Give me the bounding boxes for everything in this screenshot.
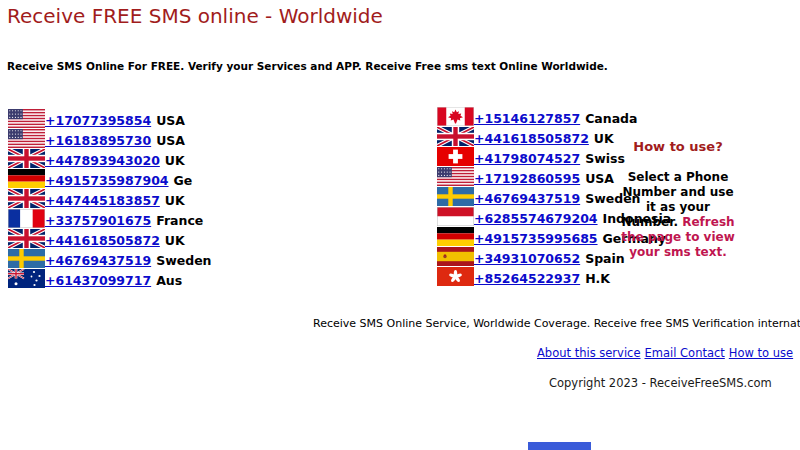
switzerland-flag-icon <box>437 147 474 166</box>
partial-blue-element <box>528 442 591 450</box>
footer-links: About this serviceEmail ContactHow to us… <box>537 346 797 360</box>
country-label: UK <box>165 193 185 208</box>
usa-flag-icon <box>8 109 45 128</box>
phone-number-link[interactable]: +4915735987904 <box>45 173 169 188</box>
france-flag-icon <box>8 209 45 228</box>
phone-number-row: +17077395854USA <box>8 108 212 128</box>
phone-number-link[interactable]: +15146127857 <box>474 111 580 126</box>
australia-flag-icon <box>8 269 45 288</box>
country-label: Sweden <box>156 253 211 268</box>
phone-number-link[interactable]: +17192860595 <box>474 171 580 186</box>
phone-number-link[interactable]: +41798074527 <box>474 151 580 166</box>
phone-number-column-left: +17077395854USA+16183895730USA+447893943… <box>8 108 212 288</box>
country-label: USA <box>156 113 185 128</box>
footer-description: Receive SMS Online Service, Worldwide Co… <box>313 317 800 330</box>
country-label: USA <box>156 133 185 148</box>
phone-number-link[interactable]: +17077395854 <box>45 113 151 128</box>
phone-number-link[interactable]: +46769437519 <box>45 253 151 268</box>
phone-number-row: +33757901675France <box>8 208 212 228</box>
copyright: Copyright 2023 - ReceiveFreeSMS.com <box>549 376 772 390</box>
how-to-use-panel: How to use? Select a Phone Number and us… <box>617 139 739 260</box>
phone-number-link[interactable]: +6285574679204 <box>474 211 598 226</box>
page-subtitle: Receive SMS Online For FREE. Verify your… <box>7 60 608 72</box>
uk-flag-icon <box>8 189 45 208</box>
hong-kong-flag-icon <box>437 267 474 286</box>
country-label: Canada <box>585 111 637 126</box>
phone-number-row: +447445183857UK <box>8 188 212 208</box>
phone-number-row: +46769437519Sweden <box>8 248 212 268</box>
phone-number-link[interactable]: +447893943020 <box>45 153 160 168</box>
uk-flag-icon <box>437 127 474 146</box>
phone-number-row: +447893943020UK <box>8 148 212 168</box>
uk-flag-icon <box>8 149 45 168</box>
phone-number-link[interactable]: +4915735995685 <box>474 231 598 246</box>
sweden-flag-icon <box>8 249 45 268</box>
how-to-use-heading: How to use? <box>617 139 739 154</box>
usa-flag-icon <box>8 129 45 148</box>
phone-number-link[interactable]: +34931070652 <box>474 251 580 266</box>
phone-number-link[interactable]: +447445183857 <box>45 193 160 208</box>
germany-flag-icon <box>437 227 474 246</box>
country-label: UK <box>165 153 185 168</box>
country-label: UK <box>165 233 185 248</box>
about-this-service-link[interactable]: About this service <box>537 346 641 360</box>
canada-flag-icon <box>437 107 474 126</box>
phone-number-row: +61437099717Aus <box>8 268 212 288</box>
how-to-use-text: Select a Phone Number and use it as your… <box>617 170 739 260</box>
phone-number-link[interactable]: +61437099717 <box>45 273 151 288</box>
phone-number-row: +4915735987904Ge <box>8 168 212 188</box>
email-contact-link[interactable]: Email Contact <box>645 346 725 360</box>
uk-flag-icon <box>8 229 45 248</box>
phone-number-row: +441618505872UK <box>8 228 212 248</box>
phone-number-row: +16183895730USA <box>8 128 212 148</box>
usa-flag-icon <box>437 167 474 186</box>
country-label: UK <box>594 131 614 146</box>
phone-number-link[interactable]: +85264522937 <box>474 271 580 286</box>
phone-number-row: +15146127857Canada <box>437 106 671 126</box>
phone-number-row: +85264522937H.K <box>437 266 671 286</box>
how-to-use-link[interactable]: How to use <box>729 346 793 360</box>
country-label: USA <box>585 171 614 186</box>
phone-number-link[interactable]: +441618505872 <box>474 131 589 146</box>
sweden-flag-icon <box>437 187 474 206</box>
germany-flag-icon <box>8 169 45 188</box>
country-label: H.K <box>585 271 610 286</box>
page-title: Receive FREE SMS online - Worldwide <box>7 4 383 28</box>
indonesia-flag-icon <box>437 207 474 226</box>
spain-flag-icon <box>437 247 474 266</box>
phone-number-link[interactable]: +33757901675 <box>45 213 151 228</box>
country-label: France <box>156 213 203 228</box>
phone-number-link[interactable]: +441618505872 <box>45 233 160 248</box>
page: Receive FREE SMS online - Worldwide Rece… <box>0 0 800 450</box>
phone-number-link[interactable]: +46769437519 <box>474 191 580 206</box>
phone-number-link[interactable]: +16183895730 <box>45 133 151 148</box>
country-label: Ge <box>174 173 193 188</box>
country-label: Aus <box>156 273 182 288</box>
